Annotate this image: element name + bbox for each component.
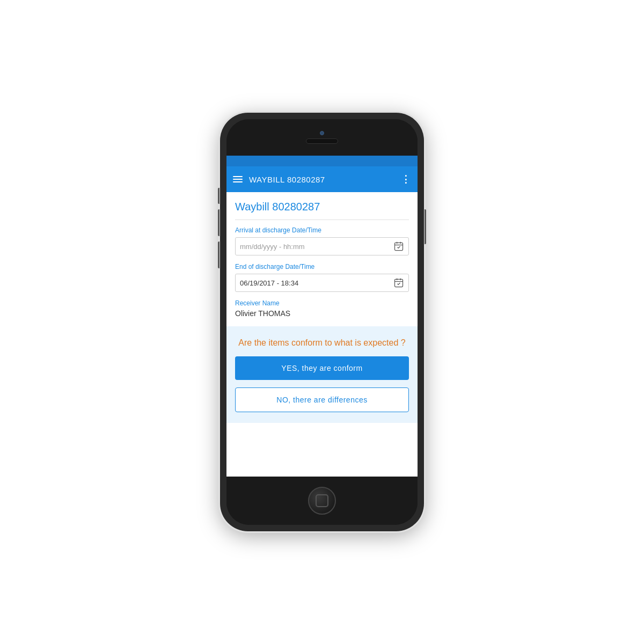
arrival-calendar-icon[interactable] — [393, 241, 404, 252]
divider-1 — [235, 219, 409, 220]
screen: WAYBILL 80280287 ⋮ Waybill 80280287 Arri… — [226, 156, 418, 477]
volume-down-button — [218, 241, 219, 268]
arrival-date-value: mm/dd/yyyy - hh:mm — [240, 243, 393, 251]
receiver-name-value: Olivier THOMAS — [235, 309, 409, 318]
speaker-grille — [306, 138, 338, 144]
receiver-label: Receiver Name — [235, 299, 409, 307]
phone-frame: WAYBILL 80280287 ⋮ Waybill 80280287 Arri… — [220, 113, 424, 531]
home-button-inner — [316, 494, 328, 507]
status-bar — [226, 156, 418, 166]
svg-rect-4 — [395, 279, 403, 287]
waybill-title: Waybill 80280287 — [235, 201, 409, 213]
end-discharge-calendar-icon[interactable] — [393, 277, 404, 288]
conformity-section: Are the items conform to what is expecte… — [226, 326, 418, 423]
svg-rect-0 — [395, 243, 403, 250]
volume-up-button — [218, 209, 219, 236]
app-bar-title: WAYBILL 80280287 — [249, 175, 394, 184]
phone-screen-area: WAYBILL 80280287 ⋮ Waybill 80280287 Arri… — [226, 119, 418, 525]
more-options-icon[interactable]: ⋮ — [401, 173, 411, 185]
arrival-date-input[interactable]: mm/dd/yyyy - hh:mm — [235, 237, 409, 255]
waybill-card: Waybill 80280287 Arrival at discharge Da… — [226, 192, 418, 326]
yes-conform-button[interactable]: YES, they are conform — [235, 356, 409, 380]
menu-button[interactable] — [233, 176, 243, 182]
conformity-question: Are the items conform to what is expecte… — [238, 337, 405, 349]
screen-content: Waybill 80280287 Arrival at discharge Da… — [226, 192, 418, 477]
arrival-label: Arrival at discharge Date/Time — [235, 226, 409, 234]
top-bezel — [226, 119, 418, 156]
app-bar: WAYBILL 80280287 ⋮ — [226, 166, 418, 192]
front-camera — [320, 131, 324, 135]
volume-mute-button — [218, 188, 219, 204]
power-button — [425, 209, 426, 244]
end-discharge-input[interactable]: 06/19/2017 - 18:34 — [235, 274, 409, 292]
end-discharge-value: 06/19/2017 - 18:34 — [240, 279, 393, 287]
no-differences-button[interactable]: NO, there are differences — [235, 387, 409, 412]
bottom-bezel — [226, 477, 418, 525]
home-button[interactable] — [308, 487, 336, 515]
end-discharge-label: End of discharge Date/Time — [235, 263, 409, 270]
